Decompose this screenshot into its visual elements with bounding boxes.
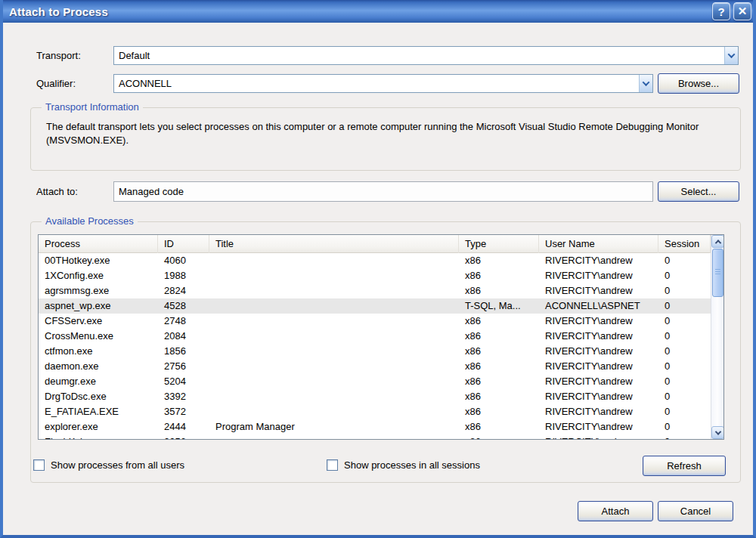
cell — [209, 344, 459, 359]
window-title: Attach to Process — [9, 5, 108, 18]
cell — [209, 253, 459, 268]
scroll-up-button[interactable] — [711, 235, 724, 248]
cell: x86 — [459, 359, 539, 374]
cell: 0 — [658, 298, 711, 314]
cell: x86 — [459, 404, 539, 419]
cell: 2084 — [158, 329, 209, 344]
show-all-users-checkbox[interactable] — [33, 459, 45, 471]
table-row[interactable]: daemon.exe2756x86RIVERCITY\andrew0 — [39, 359, 711, 374]
help-icon: ? — [717, 5, 724, 18]
cell — [209, 434, 459, 439]
cell: T-SQL, Ma... — [459, 298, 539, 314]
cell — [209, 389, 459, 404]
refresh-button[interactable]: Refresh — [643, 456, 726, 476]
cell: 0 — [658, 314, 711, 329]
cell: x86 — [459, 253, 539, 268]
cell: RIVERCITY\andrew — [539, 389, 658, 404]
column-header-id[interactable]: ID — [158, 235, 209, 253]
table-row[interactable]: explorer.exe2444Program Managerx86RIVERC… — [39, 419, 711, 434]
table-row[interactable]: deumgr.exe5204x86RIVERCITY\andrew0 — [39, 374, 711, 389]
cell: 0 — [658, 434, 711, 439]
cell: x86 — [459, 419, 539, 434]
scrollbar-thumb[interactable] — [712, 249, 723, 297]
show-all-sessions-checkbox[interactable] — [327, 459, 338, 471]
titlebar-buttons: ? ✕ — [712, 2, 751, 20]
cell: x86 — [459, 344, 539, 359]
attach-to-value: Managed code — [114, 186, 652, 197]
table-row[interactable]: FlashKsk.exe3056x86RIVERCITY\andrew0 — [39, 434, 711, 439]
table-row[interactable]: 1XConfig.exe1988x86RIVERCITY\andrew0 — [39, 268, 711, 283]
cell: ctfmon.exe — [39, 344, 158, 359]
cell: 3572 — [158, 404, 209, 419]
transport-dropdown-button[interactable] — [724, 47, 738, 64]
table-row[interactable]: agrsmmsg.exe2824x86RIVERCITY\andrew0 — [39, 283, 711, 298]
cell: RIVERCITY\andrew — [539, 419, 658, 434]
qualifier-value: ACONNELL — [114, 78, 639, 89]
available-processes-title: Available Processes — [42, 215, 138, 227]
vertical-scrollbar[interactable] — [711, 235, 723, 439]
cell: 1XConfig.exe — [39, 268, 158, 283]
cell — [209, 329, 459, 344]
cell — [209, 283, 459, 298]
column-header-type[interactable]: Type — [459, 235, 539, 253]
cell: RIVERCITY\andrew — [539, 374, 658, 389]
browse-button[interactable]: Browse... — [658, 73, 739, 94]
help-button[interactable]: ? — [712, 2, 730, 20]
arrow-down-icon — [714, 428, 720, 434]
cell — [209, 314, 459, 329]
table-row[interactable]: ctfmon.exe1856x86RIVERCITY\andrew0 — [39, 344, 711, 359]
table-row[interactable]: E_FATIAEA.EXE3572x86RIVERCITY\andrew0 — [39, 404, 711, 419]
attach-to-label: Attach to: — [36, 186, 78, 197]
transport-information-group: Transport Information The default transp… — [30, 107, 741, 171]
scroll-down-button[interactable] — [711, 426, 724, 439]
table-row[interactable]: aspnet_wp.exe4528T-SQL, Ma...ACONNELL\AS… — [39, 298, 711, 314]
qualifier-dropdown-button[interactable] — [639, 75, 652, 92]
column-header-title[interactable]: Title — [209, 235, 459, 253]
column-header-session[interactable]: Session — [658, 235, 711, 253]
process-table: ProcessIDTitleTypeUser NameSession 00THo… — [39, 235, 711, 439]
cell: RIVERCITY\andrew — [539, 344, 658, 359]
cell: RIVERCITY\andrew — [539, 268, 658, 283]
show-all-sessions-label: Show processes in all sessions — [344, 459, 480, 471]
cell: 2824 — [158, 283, 209, 298]
cell: RIVERCITY\andrew — [539, 253, 658, 268]
cell: 5204 — [158, 374, 209, 389]
cell: x86 — [459, 268, 539, 283]
attach-button[interactable]: Attach — [578, 501, 653, 521]
column-header-process[interactable]: Process — [39, 235, 158, 253]
table-row[interactable]: CFSServ.exe2748x86RIVERCITY\andrew0 — [39, 314, 711, 329]
process-table-body: 00THotkey.exe4060x86RIVERCITY\andrew01XC… — [39, 253, 711, 439]
transport-information-text: The default transport lets you select pr… — [46, 120, 736, 147]
cell: Program Manager — [209, 419, 459, 434]
select-button[interactable]: Select... — [658, 181, 739, 202]
cell: x86 — [459, 374, 539, 389]
cell: aspnet_wp.exe — [39, 298, 158, 314]
column-header-user-name[interactable]: User Name — [539, 235, 658, 253]
browse-button-label: Browse... — [678, 78, 719, 89]
table-row[interactable]: CrossMenu.exe2084x86RIVERCITY\andrew0 — [39, 329, 711, 344]
qualifier-combobox[interactable]: ACONNELL — [113, 74, 653, 93]
cell: x86 — [459, 329, 539, 344]
cell: deumgr.exe — [39, 374, 158, 389]
refresh-button-label: Refresh — [667, 460, 702, 472]
cell: ACONNELL\ASPNET — [539, 298, 658, 314]
close-button[interactable]: ✕ — [733, 2, 751, 20]
table-row[interactable]: 00THotkey.exe4060x86RIVERCITY\andrew0 — [39, 253, 711, 268]
cell: 1856 — [158, 344, 209, 359]
select-button-label: Select... — [681, 186, 717, 197]
process-table-header-row: ProcessIDTitleTypeUser NameSession — [39, 235, 711, 253]
cancel-button-label: Cancel — [680, 506, 711, 517]
cell: 2748 — [158, 314, 209, 329]
cell: RIVERCITY\andrew — [539, 283, 658, 298]
attach-to-field[interactable]: Managed code — [113, 181, 653, 202]
transport-information-title: Transport Information — [42, 101, 143, 113]
cell — [209, 298, 459, 314]
attach-button-label: Attach — [602, 506, 630, 517]
titlebar[interactable]: Attach to Process ? ✕ — [0, 0, 756, 23]
cell: x86 — [459, 314, 539, 329]
cell: 2756 — [158, 359, 209, 374]
cancel-button[interactable]: Cancel — [658, 501, 733, 521]
transport-combobox[interactable]: Default — [113, 46, 739, 65]
cell: RIVERCITY\andrew — [539, 404, 658, 419]
table-row[interactable]: DrgToDsc.exe3392x86RIVERCITY\andrew0 — [39, 389, 711, 404]
